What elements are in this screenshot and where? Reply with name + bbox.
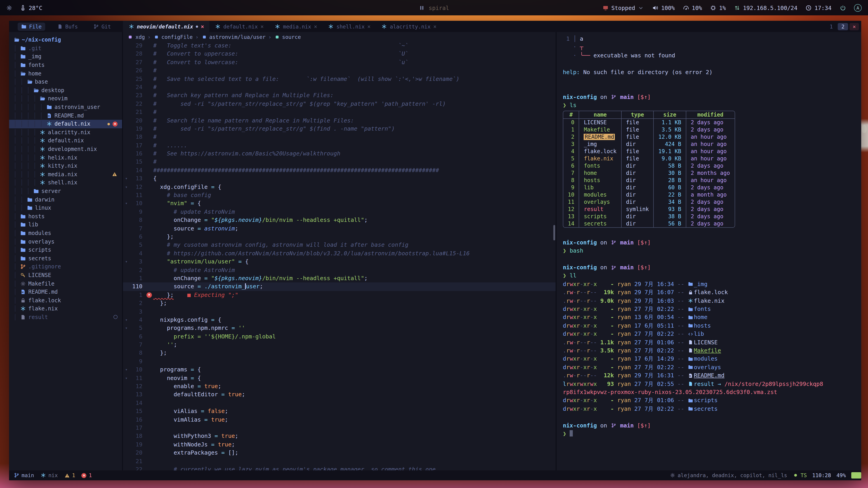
editor-line[interactable]: 1 onChange = "${pkgs.neovim}/bin/nvim --…	[123, 274, 556, 283]
tree-item-default.nix[interactable]: │ │ │ │ │ default.nix●×	[9, 120, 122, 128]
tree-item-server[interactable]: │ │ │ server	[9, 187, 122, 195]
editor-line[interactable]: 9	[123, 357, 556, 366]
editor-line[interactable]: 22 # currently we use lazy.nvim as neovi…	[123, 465, 556, 470]
editor-line[interactable]: 14	[123, 399, 556, 408]
sidebar-tab-file[interactable]: File	[18, 22, 45, 31]
tree-item-README.md[interactable]: │ README.md	[9, 288, 122, 296]
power-icon[interactable]	[840, 5, 846, 11]
editor-line[interactable]: ▾10 "nvim" = {	[123, 199, 556, 208]
file-tree-sidebar[interactable]: ~/nix-config│ .git│ _img│ fonts│ home│ │…	[9, 32, 123, 470]
editor-line[interactable]: 14######################################…	[123, 166, 556, 175]
editor-line[interactable]: 21	[123, 457, 556, 465]
tree-item-linux[interactable]: │ │ linux	[9, 204, 122, 212]
fold-marker[interactable]: ▾	[123, 374, 130, 382]
editor-pane[interactable]: xdg›configFile›astronvim/lua/user›source…	[123, 32, 556, 470]
tree-item-darwin[interactable]: │ │ darwin	[9, 195, 122, 204]
fold-marker[interactable]: ▾	[123, 365, 130, 374]
editor-line[interactable]: ▾4 nixpkgs.config = {	[123, 316, 556, 324]
close-icon[interactable]: ×	[433, 23, 436, 30]
network-widget[interactable]: 192.168.5.100/24	[734, 4, 797, 11]
tree-item-astronvim_user[interactable]: │ │ │ │ │ astronvim_user	[9, 103, 122, 111]
editor-line[interactable]: 16# See https://astronvim.com/Basic%20Us…	[123, 150, 556, 158]
terminal-pane[interactable]: 1 │ a · ┬ · ╰── executable was not found…	[556, 32, 861, 470]
fold-marker[interactable]: ▾	[123, 316, 130, 324]
editor-line[interactable]: 110 source = ./astronvim_user;	[123, 283, 556, 291]
tree-item-helix.nix[interactable]: │ │ │ │ helix.nix	[9, 153, 122, 162]
editor-scrollbar[interactable]	[553, 225, 555, 240]
editor-line[interactable]: 2 # update AstroNvim	[123, 266, 556, 274]
editor-line[interactable]: 17# ......	[123, 141, 556, 150]
editor-line[interactable]: 8 };	[123, 349, 556, 357]
sidebar-tab-git[interactable]: Git	[90, 22, 115, 31]
tree-item-.gitignore[interactable]: │ .gitignore	[9, 263, 122, 271]
fold-marker[interactable]: ▾	[123, 324, 130, 332]
editor-line[interactable]: 19# sed -ri "s/pattern_str/replace_str/g…	[123, 125, 556, 133]
editor-line[interactable]: 15#	[123, 158, 556, 166]
tree-item-flake.lock[interactable]: │ flake.lock	[9, 296, 122, 304]
editor-line[interactable]: 3	[123, 307, 556, 316]
pause-icon[interactable]	[419, 5, 425, 11]
tree-item-kitty.nix[interactable]: │ │ │ │ kitty.nix	[9, 162, 122, 170]
buffer-tab-shell.nix[interactable]: shell.nix×	[322, 21, 376, 32]
tree-item-shell.nix[interactable]: │ │ │ │ shell.nix	[9, 178, 122, 187]
tree-item-result[interactable]: │ result	[9, 313, 122, 321]
tab-close-icon[interactable]: ×	[849, 23, 859, 30]
disk-widget[interactable]: 10%	[683, 4, 702, 11]
memory-widget[interactable]: 1%	[710, 4, 726, 11]
editor-line[interactable]: 19 withNodeJs = true;	[123, 441, 556, 449]
buffer-tab-default.nix[interactable]: default.nix×	[210, 21, 269, 32]
editor-line[interactable]: 17	[123, 424, 556, 432]
editor-line[interactable]: 2 };	[123, 299, 556, 307]
sidebar-tab-bufs[interactable]: Bufs	[54, 22, 82, 31]
editor-line[interactable]: 15 viAlias = false;	[123, 407, 556, 416]
editor-line[interactable]: 11 # base config	[123, 191, 556, 199]
editor-line[interactable]: ▾13{	[123, 175, 556, 183]
tree-item-flake.nix[interactable]: │ flake.nix	[9, 304, 122, 313]
tree-item-_img[interactable]: │ _img	[9, 53, 122, 61]
tree-item-overlays[interactable]: │ overlays	[9, 237, 122, 246]
tabpage-2[interactable]: 2	[838, 23, 848, 30]
buffer-tab-alacritty.nix[interactable]: alacritty.nix×	[376, 21, 442, 32]
editor-line[interactable]: 27# Convert to lowercase: `u`	[123, 58, 556, 67]
buffer-tab-media.nix[interactable]: media.nix×	[269, 21, 322, 32]
tree-item-neovim[interactable]: │ │ │ │ neovim	[9, 94, 122, 103]
editor-line[interactable]: 26#	[123, 66, 556, 75]
editor-line[interactable]: 16 vimAlias = true;	[123, 416, 556, 424]
breadcrumb-source[interactable]: source	[274, 34, 301, 40]
tree-item-development.nix[interactable]: │ │ │ │ development.nix	[9, 145, 122, 153]
tree-item-alacritty.nix[interactable]: │ │ │ │ alacritty.nix	[9, 128, 122, 136]
tree-item-default.nix[interactable]: │ │ │ │ default.nix	[9, 136, 122, 145]
editor-line[interactable]: 18 withPython3 = true;	[123, 432, 556, 441]
editor-line[interactable]: 6 };	[123, 233, 556, 241]
tree-item-base[interactable]: │ │ base	[9, 78, 122, 86]
fold-marker[interactable]: ▾	[123, 258, 130, 266]
close-icon[interactable]: ×	[367, 23, 370, 30]
tree-item-~/nix-config[interactable]: ~/nix-config	[9, 36, 122, 44]
editor-line[interactable]: 24#	[123, 83, 556, 92]
editor-line[interactable]: 28# Convert to uppercase: `U`	[123, 50, 556, 58]
buffer-tab-neovim/default.nix[interactable]: neovim/default.nix●×	[123, 21, 210, 32]
editor-line[interactable]: 1× }; ■ Expecting ";"	[123, 291, 556, 299]
tree-item-modules[interactable]: │ modules	[9, 229, 122, 237]
breadcrumb-xdg[interactable]: xdg	[127, 34, 145, 40]
temperature-widget[interactable]: 28°C	[20, 4, 42, 11]
recorder-widget[interactable]: Stopped	[602, 4, 644, 11]
tree-item-media.nix[interactable]: │ │ │ │ media.nix	[9, 170, 122, 178]
tabpage-1[interactable]: 1	[826, 23, 836, 30]
editor-line[interactable]: 12 enable = true;	[123, 382, 556, 391]
close-icon[interactable]: ×	[260, 23, 264, 30]
launcher-icon[interactable]	[6, 5, 13, 11]
editor-line[interactable]: ▾11 neovim = {	[123, 374, 556, 382]
editor-line[interactable]: 18#	[123, 133, 556, 141]
editor-line[interactable]: ▾3 "astronvim/lua/user" = {	[123, 258, 556, 266]
volume-widget[interactable]: 100%	[652, 4, 675, 11]
tree-item-secrets[interactable]: │ secrets	[9, 254, 122, 263]
editor-line[interactable]: 23# Search key pattern and Replace in Mu…	[123, 92, 556, 100]
editor-line[interactable]: 6 prefix = ''${HOME}/.npm-global	[123, 332, 556, 341]
tree-item-desktop[interactable]: │ │ │ desktop	[9, 86, 122, 94]
editor-line[interactable]: 13 defaultEditor = true;	[123, 391, 556, 399]
editor-line[interactable]: ▾10 programs = {	[123, 365, 556, 374]
close-icon[interactable]: ×	[314, 23, 317, 30]
editor-line[interactable]: 9 # update AstroNvim	[123, 208, 556, 216]
tree-item-Makefile[interactable]: │ Makefile	[9, 279, 122, 288]
